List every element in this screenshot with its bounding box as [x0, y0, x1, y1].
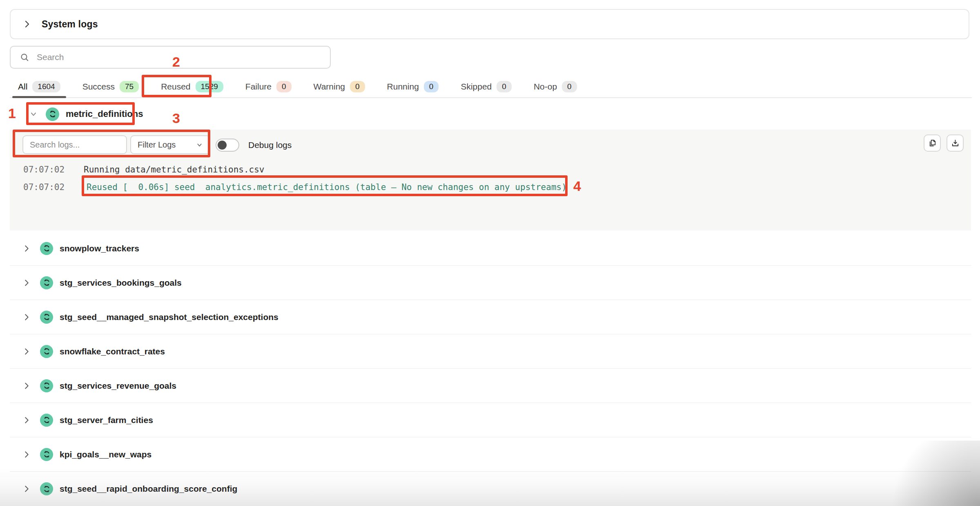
system-logs-header[interactable]: System logs [10, 9, 969, 39]
tab-count-badge: 0 [562, 81, 577, 92]
chevron-down-icon[interactable] [29, 110, 38, 118]
chevron-right-icon [22, 381, 31, 390]
reused-cycle-icon [40, 311, 53, 324]
search-input[interactable] [36, 52, 299, 63]
row-label: stg_seed__managed_snapshot_selection_exc… [60, 312, 278, 322]
search-logs-input[interactable] [29, 140, 116, 150]
page-title: System logs [42, 19, 98, 30]
system-logs-page: System logs All 1604 Success 75 Reused 1… [0, 0, 980, 506]
log-item-row[interactable]: stg_server_farm_cities [10, 403, 971, 437]
debug-logs-toggle[interactable] [216, 139, 239, 152]
chevron-right-icon [22, 416, 31, 425]
chevron-right-icon [22, 244, 31, 253]
tab-count-badge: 0 [276, 81, 292, 92]
reused-cycle-icon [40, 345, 53, 358]
row-label: snowflake_contract_rates [60, 347, 165, 356]
tab-count-badge: 75 [120, 81, 139, 92]
reused-cycle-icon [40, 242, 53, 255]
tab-label: Success [82, 82, 115, 92]
tab-running[interactable]: Running 0 [381, 76, 445, 97]
chevron-right-icon [22, 278, 31, 287]
log-item-row[interactable]: snowplow_trackers [10, 231, 971, 266]
tab-skipped[interactable]: Skipped 0 [455, 76, 517, 97]
chevron-right-icon [22, 484, 31, 493]
filter-logs-label: Filter Logs [138, 140, 176, 150]
reused-cycle-icon [46, 107, 59, 121]
log-item-row[interactable]: stg_services_bookings_goals [10, 266, 971, 300]
tab-label: Running [387, 82, 419, 92]
tab-count-badge: 0 [350, 81, 365, 92]
tab-reused[interactable]: Reused 1529 [155, 76, 229, 97]
row-label: stg_services_bookings_goals [60, 278, 182, 288]
chevron-down-icon [196, 141, 203, 148]
tab-label: Reused [161, 82, 190, 92]
tab-count-badge: 1604 [32, 81, 60, 92]
log-message: Running data/metric_definitions.csv [84, 164, 265, 175]
toggle-knob [218, 141, 227, 150]
reused-cycle-icon [40, 482, 53, 495]
reused-cycle-icon [40, 448, 53, 461]
search-icon [20, 52, 29, 62]
chevron-right-icon [22, 313, 31, 322]
tab-all[interactable]: All 1604 [12, 76, 66, 97]
log-item-row[interactable]: stg_seed__rapid_onboarding_score_config [10, 472, 971, 506]
log-items-list: snowplow_trackers stg_services_bookings_… [10, 231, 971, 506]
download-logs-button[interactable] [947, 134, 964, 152]
log-item-row[interactable]: stg_services_revenue_goals [10, 369, 971, 403]
log-item-metric-definitions[interactable]: metric_definitions [10, 101, 969, 127]
search-box[interactable] [10, 46, 331, 69]
tab-count-badge: 0 [497, 81, 512, 92]
log-item-row[interactable]: snowflake_contract_rates [10, 334, 971, 369]
log-item-row[interactable]: stg_seed__managed_snapshot_selection_exc… [10, 300, 971, 334]
debug-logs-label: Debug logs [248, 140, 292, 150]
chevron-right-icon[interactable] [22, 19, 32, 29]
tab-label: All [18, 82, 27, 92]
tab-label: Skipped [461, 82, 492, 92]
chevron-right-icon [22, 450, 31, 459]
row-label: stg_services_revenue_goals [60, 381, 176, 391]
tab-noop[interactable]: No-op 0 [528, 76, 583, 97]
row-label: stg_server_farm_cities [60, 415, 153, 425]
status-tabs: All 1604 Success 75 Reused 1529 Failure … [10, 76, 972, 98]
reused-cycle-icon [40, 379, 53, 392]
copy-logs-button[interactable] [924, 134, 941, 152]
row-label: stg_seed__rapid_onboarding_score_config [60, 484, 237, 494]
reused-cycle-icon [40, 414, 53, 427]
log-item-row[interactable]: kpi_goals__new_waps [10, 437, 971, 472]
log-message: Reused [ 0.06s] seed analytics.metric_de… [87, 181, 567, 193]
tab-count-badge: 1529 [196, 81, 223, 92]
reused-cycle-icon [40, 276, 53, 289]
filter-logs-dropdown[interactable]: Filter Logs [130, 135, 210, 154]
tab-count-badge: 0 [424, 81, 439, 92]
search-logs-box[interactable] [22, 135, 127, 154]
node-label: metric_definitions [66, 109, 143, 119]
log-timestamp: 07:07:02 [23, 181, 65, 193]
tab-failure[interactable]: Failure 0 [240, 76, 297, 97]
log-panel: Filter Logs Debug logs 07:07:02 Running … [10, 130, 971, 231]
log-timestamp: 07:07:02 [23, 164, 65, 175]
tab-success[interactable]: Success 75 [77, 76, 145, 97]
row-label: snowplow_trackers [60, 244, 139, 253]
chevron-right-icon [22, 347, 31, 356]
tab-label: Failure [245, 82, 272, 92]
tab-label: No-op [534, 82, 557, 92]
row-label: kpi_goals__new_waps [60, 450, 151, 459]
tab-warning[interactable]: Warning 0 [308, 76, 371, 97]
tab-label: Warning [314, 82, 345, 92]
